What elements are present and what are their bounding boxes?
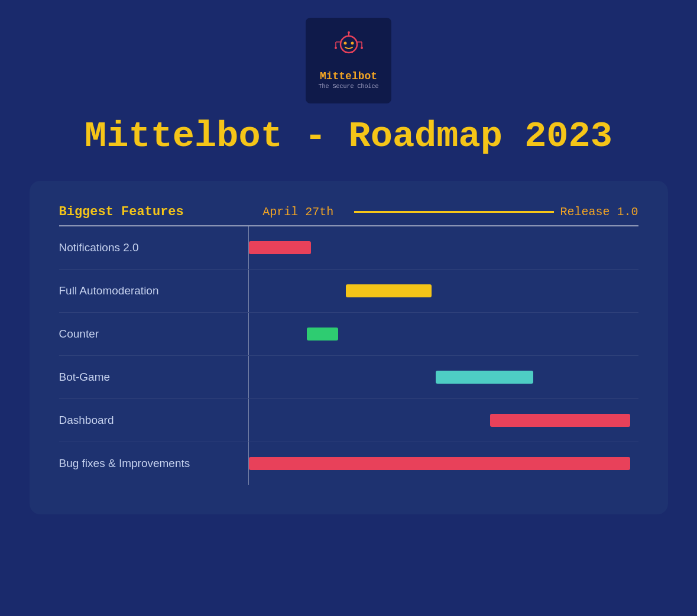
row-label-notifications: Notifications 2.0 bbox=[59, 241, 248, 254]
svg-point-0 bbox=[341, 36, 357, 53]
svg-point-4 bbox=[348, 31, 350, 34]
table-row: Bot-Game bbox=[59, 356, 638, 399]
table-row: Dashboard bbox=[59, 399, 638, 442]
gantt-bar-automoderation bbox=[346, 284, 432, 297]
gantt-bar-botgame bbox=[436, 371, 533, 384]
gantt-bar-bugfixes bbox=[249, 457, 631, 470]
chart-rows: Notifications 2.0 Full Automoderation Co… bbox=[59, 226, 638, 485]
chart-header-release: Release 1.0 bbox=[560, 205, 638, 219]
chart-header-date: April 27th bbox=[248, 205, 348, 219]
row-label-botgame: Bot-Game bbox=[59, 371, 248, 384]
chart-header-line bbox=[354, 211, 555, 213]
row-label-dashboard: Dashboard bbox=[59, 414, 248, 427]
page-title: Mittelbot - Roadmap 2023 bbox=[85, 115, 612, 157]
row-gantt-bugfixes bbox=[248, 442, 638, 485]
logo-tagline: The Secure Choice bbox=[318, 83, 378, 90]
table-row: Full Automoderation bbox=[59, 270, 638, 313]
row-gantt-automoderation bbox=[248, 270, 638, 312]
chart-header-features-label: Biggest Features bbox=[59, 205, 248, 219]
row-gantt-dashboard bbox=[248, 399, 638, 442]
gantt-bar-counter bbox=[307, 328, 338, 341]
row-label-automoderation: Full Automoderation bbox=[59, 284, 248, 297]
gantt-bar-notifications bbox=[249, 241, 311, 254]
logo-brand-name: Mittelbot bbox=[320, 70, 377, 82]
logo: Mittelbot The Secure Choice bbox=[306, 18, 391, 103]
row-gantt-botgame bbox=[248, 356, 638, 398]
row-gantt-counter bbox=[248, 313, 638, 355]
svg-point-10 bbox=[361, 47, 363, 49]
table-row: Notifications 2.0 bbox=[59, 226, 638, 270]
roadmap-chart: Biggest Features April 27th Release 1.0 … bbox=[30, 181, 668, 514]
row-label-bugfixes: Bug fixes & Improvements bbox=[59, 457, 248, 470]
svg-point-1 bbox=[343, 42, 346, 45]
chart-header: Biggest Features April 27th Release 1.0 bbox=[59, 205, 638, 219]
svg-point-2 bbox=[351, 42, 354, 45]
svg-point-7 bbox=[335, 47, 337, 49]
table-row: Bug fixes & Improvements bbox=[59, 442, 638, 485]
row-label-counter: Counter bbox=[59, 328, 248, 341]
row-gantt-notifications bbox=[248, 226, 638, 269]
logo-icon bbox=[331, 31, 367, 67]
table-row: Counter bbox=[59, 313, 638, 356]
gantt-bar-dashboard bbox=[490, 414, 630, 427]
